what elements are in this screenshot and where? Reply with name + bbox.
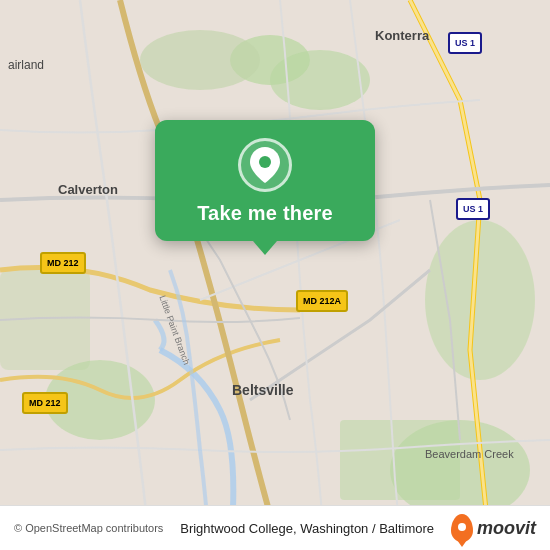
moovit-pin-icon xyxy=(451,514,473,542)
svg-point-9 xyxy=(259,156,271,168)
moovit-brand-text: moovit xyxy=(477,518,536,539)
badge-us1-mid: US 1 xyxy=(456,198,490,220)
badge-us1-top: US 1 xyxy=(448,32,482,54)
svg-point-5 xyxy=(425,220,535,380)
badge-md212-left: MD 212 xyxy=(40,252,86,274)
label-beltsville: Beltsville xyxy=(232,382,293,398)
location-pin-icon xyxy=(250,147,280,183)
location-info: Brightwood College, Washington / Baltimo… xyxy=(171,521,443,536)
label-calverton: Calverton xyxy=(58,182,118,197)
svg-rect-7 xyxy=(340,420,460,500)
popup-card[interactable]: Take me there xyxy=(155,120,375,241)
moovit-logo: moovit xyxy=(451,514,536,542)
label-beaverdam: Beaverdam Creek xyxy=(425,448,514,460)
osm-attribution: © OpenStreetMap contributors xyxy=(14,522,163,534)
map-container: Konterra airland Calverton Beltsville Be… xyxy=(0,0,550,550)
take-me-there-button[interactable]: Take me there xyxy=(197,202,333,225)
label-airland: airland xyxy=(8,58,44,72)
location-icon-circle xyxy=(238,138,292,192)
badge-md212-bottom: MD 212 xyxy=(22,392,68,414)
label-konterra: Konterra xyxy=(375,28,429,43)
svg-point-10 xyxy=(458,523,466,531)
map-background xyxy=(0,0,550,550)
bottom-bar: © OpenStreetMap contributors Brightwood … xyxy=(0,505,550,550)
badge-md212a: MD 212A xyxy=(296,290,348,312)
svg-point-8 xyxy=(140,30,260,90)
